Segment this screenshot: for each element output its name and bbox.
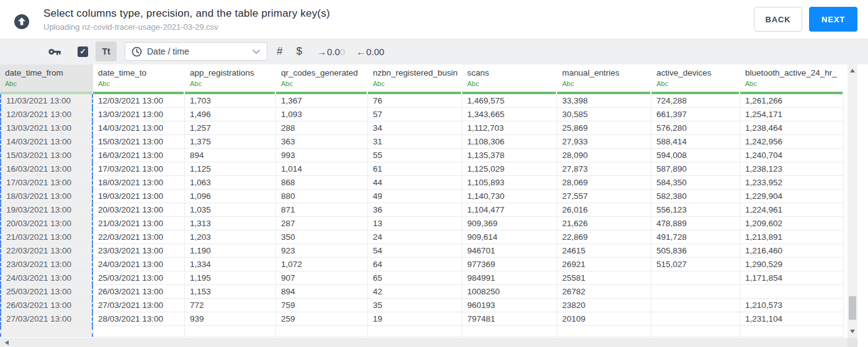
table-cell[interactable]: 960193 [462,299,557,312]
table-cell[interactable]: 894 [276,285,368,299]
table-cell[interactable]: 478,889 [651,217,740,231]
table-cell[interactable]: 894 [185,149,276,162]
table-cell[interactable]: 1,257 [185,121,276,135]
table-cell[interactable] [462,326,557,337]
table-cell[interactable]: 23/03/2021 13:00 [0,258,93,271]
table-cell[interactable]: 1,238,123 [740,162,844,176]
table-cell[interactable]: 15/03/2021 13:00 [0,149,93,162]
table-cell[interactable]: 1,093 [276,108,368,121]
text-type-button[interactable]: Tt [96,42,117,61]
table-cell[interactable]: 54 [368,244,462,258]
table-cell[interactable]: 1,108,306 [462,135,557,149]
column-header-date_time_from[interactable]: date_time_fromAbc [0,64,93,94]
table-cell[interactable]: 24 [368,231,462,244]
table-cell[interactable]: 11/03/2021 13:00 [0,94,93,108]
table-cell[interactable]: 26782 [557,285,651,299]
table-cell[interactable]: 19/03/2021 13:00 [93,190,185,203]
table-cell[interactable]: 21/03/2021 13:00 [93,217,185,231]
table-cell[interactable]: 20109 [557,312,651,326]
table-cell[interactable]: 772 [185,299,276,312]
table-cell[interactable]: 759 [276,299,368,312]
table-cell[interactable]: 588,414 [651,135,740,149]
table-cell[interactable]: 584,350 [651,176,740,190]
table-cell[interactable]: 28,090 [557,149,651,162]
table-cell[interactable]: 36 [368,203,462,217]
table-cell[interactable]: 16/03/2021 13:00 [93,149,185,162]
table-cell[interactable]: 22/03/2021 13:00 [93,231,185,244]
table-cell[interactable]: 25/03/2021 13:00 [93,271,185,285]
table-cell[interactable]: 363 [276,135,368,149]
table-cell[interactable]: 13 [368,217,462,231]
table-cell[interactable]: 1,469,575 [462,94,557,108]
table-cell[interactable]: 576,280 [651,121,740,135]
table-cell[interactable]: 16/03/2021 13:00 [0,162,93,176]
table-cell[interactable]: 1,171,854 [740,271,844,285]
table-cell[interactable]: 1,343,665 [462,108,557,121]
table-cell[interactable]: 1,231,104 [740,312,844,326]
table-cell[interactable]: 12/03/2021 13:00 [93,94,185,108]
table-cell[interactable]: 1,195 [185,271,276,285]
table-cell[interactable] [93,326,185,337]
table-cell[interactable]: 1,233,952 [740,176,844,190]
table-cell[interactable]: 1,367 [276,94,368,108]
table-cell[interactable]: 350 [276,231,368,244]
column-header-scans[interactable]: scansAbc [462,64,557,94]
table-cell[interactable]: 1,375 [185,135,276,149]
table-cell[interactable]: 993 [276,149,368,162]
table-cell[interactable] [651,271,740,285]
table-cell[interactable]: 1,125 [185,162,276,176]
table-cell[interactable]: 12/03/2021 13:00 [0,108,93,121]
table-cell[interactable]: 1,203 [185,231,276,244]
table-cell[interactable]: 26921 [557,258,651,271]
table-cell[interactable]: 1,240,704 [740,149,844,162]
table-cell[interactable]: 27,557 [557,190,651,203]
table-cell[interactable]: 515,027 [651,258,740,271]
table-cell[interactable]: 1,096 [185,190,276,203]
table-cell[interactable] [276,326,368,337]
table-cell[interactable]: 20/03/2021 13:00 [0,217,93,231]
table-cell[interactable]: 1,313 [185,217,276,231]
table-cell[interactable]: 23820 [557,299,651,312]
table-cell[interactable]: 1,242,956 [740,135,844,149]
table-cell[interactable]: 21,626 [557,217,651,231]
table-cell[interactable]: 22/03/2021 13:00 [0,244,93,258]
table-cell[interactable]: 582,380 [651,190,740,203]
table-cell[interactable]: 288 [276,121,368,135]
table-cell[interactable]: 1,213,891 [740,231,844,244]
table-cell[interactable]: 27,873 [557,162,651,176]
table-cell[interactable]: 27/03/2021 13:00 [0,312,93,326]
table-cell[interactable] [557,326,651,337]
table-cell[interactable]: 1,703 [185,94,276,108]
scroll-left-arrow-icon[interactable] [5,340,9,345]
table-cell[interactable]: 1,496 [185,108,276,121]
table-cell[interactable]: 491,728 [651,231,740,244]
table-cell[interactable]: 42 [368,285,462,299]
table-cell[interactable] [651,326,740,337]
table-cell[interactable]: 26/03/2021 13:00 [0,299,93,312]
currency-type-button[interactable]: $ [296,45,302,58]
table-cell[interactable]: 22,869 [557,231,651,244]
table-cell[interactable] [0,326,93,337]
table-cell[interactable]: 17/03/2021 13:00 [0,176,93,190]
table-cell[interactable]: 259 [276,312,368,326]
vertical-scrollbar-thumb[interactable] [849,296,856,320]
number-type-button[interactable]: # [277,45,282,58]
table-cell[interactable]: 1,210,573 [740,299,844,312]
table-cell[interactable]: 49 [368,190,462,203]
horizontal-scrollbar[interactable] [0,338,848,347]
table-cell[interactable]: 26,016 [557,203,651,217]
column-header-qr_codes_generated[interactable]: qr_codes_generatedAbc [276,64,368,94]
table-cell[interactable]: 34 [368,121,462,135]
table-cell[interactable]: 1,105,893 [462,176,557,190]
table-cell[interactable]: 76 [368,94,462,108]
table-cell[interactable]: 23/03/2021 13:00 [93,244,185,258]
column-type-select[interactable]: Date / time [125,42,267,61]
next-button[interactable]: NEXT [809,7,857,32]
table-cell[interactable]: 17/03/2021 13:00 [93,162,185,176]
table-cell[interactable]: 13/03/2021 13:00 [93,108,185,121]
table-cell[interactable] [740,285,844,299]
table-cell[interactable]: 44 [368,176,462,190]
table-cell[interactable]: 55 [368,149,462,162]
table-cell[interactable]: 287 [276,217,368,231]
column-header-nzbn_registered_busine[interactable]: nzbn_registered_busineAbc [368,64,462,94]
